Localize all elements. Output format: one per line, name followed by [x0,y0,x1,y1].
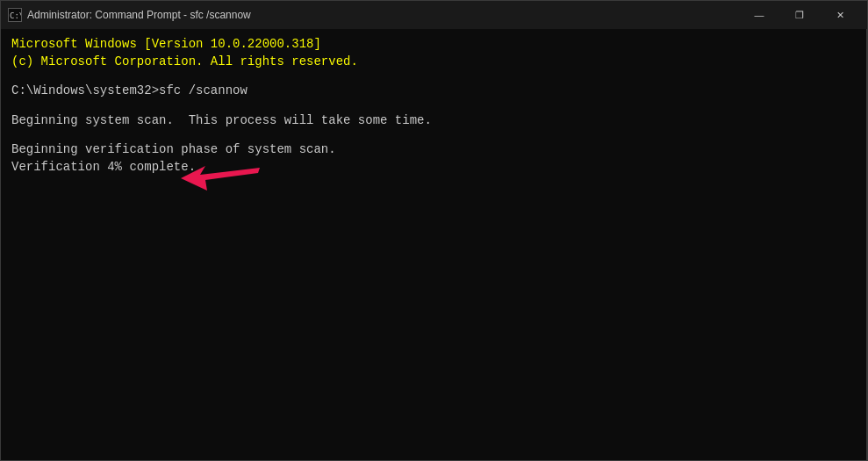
cmd-svg: C:\ [9,9,21,21]
terminal-body[interactable]: Microsoft Windows [Version 10.0.22000.31… [1,29,867,460]
title-bar: C:\ Administrator: Command Prompt - sfc … [1,1,867,29]
terminal-spacer-3 [11,129,857,141]
annotation-arrow [181,159,260,205]
terminal-line-1: Microsoft Windows [Version 10.0.22000.31… [11,36,857,54]
arrow-svg [181,159,260,198]
terminal-line-2: (c) Microsoft Corporation. All rights re… [11,54,857,71]
svg-text:C:\: C:\ [10,11,21,20]
terminal-line-8: Beginning verification phase of system s… [11,141,857,159]
terminal-line-4: C:\Windows\system32>sfc /scannow [11,83,857,100]
right-divider [866,29,867,460]
terminal-spacer-2 [11,100,857,112]
svg-marker-2 [181,166,260,191]
title-bar-left: C:\ Administrator: Command Prompt - sfc … [8,8,251,22]
terminal-spacer-1 [11,70,857,83]
cmd-icon-graphic: C:\ [8,8,22,22]
terminal-line-9: Verification 4% complete. [11,159,857,176]
cmd-window: C:\ Administrator: Command Prompt - sfc … [0,0,868,461]
cmd-icon: C:\ [8,8,22,22]
window-controls: — ❐ ✕ [739,1,860,29]
close-button[interactable]: ✕ [820,1,860,29]
minimize-button[interactable]: — [739,1,779,29]
terminal-line-6: Beginning system scan. This process will… [11,112,857,130]
window-title: Administrator: Command Prompt - sfc /sca… [27,9,251,21]
maximize-button[interactable]: ❐ [779,1,820,29]
